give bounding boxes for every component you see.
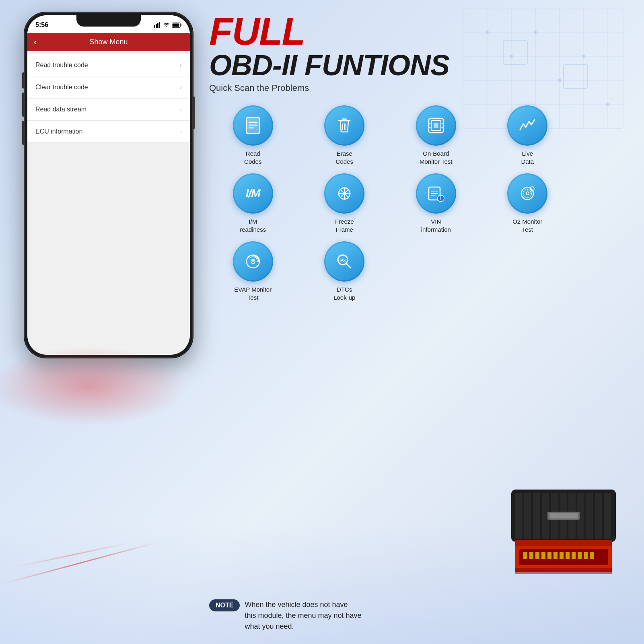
feature-erase-codes: EraseCodes — [301, 105, 389, 165]
svg-rect-89 — [560, 552, 564, 559]
svg-rect-79 — [549, 513, 578, 518]
back-button[interactable]: ‹ — [34, 37, 37, 47]
live-data-icon — [518, 116, 537, 135]
menu-item-ecu-label: ECU information — [35, 128, 82, 135]
svg-rect-92 — [578, 552, 582, 559]
erase-codes-icon-circle — [324, 105, 364, 146]
feature-im-readiness: I/M I/Mreadiness — [209, 173, 297, 233]
on-board-monitor-icon — [426, 116, 446, 135]
feature-vin-info: VINinformation — [392, 173, 480, 233]
menu-item-read-data-chevron: › — [180, 106, 182, 113]
dtcs-lookup-icon: Px — [335, 252, 354, 271]
vin-info-icon — [426, 184, 446, 203]
battery-icon — [172, 23, 182, 28]
svg-rect-90 — [566, 552, 570, 559]
svg-line-64 — [346, 263, 351, 268]
svg-rect-24 — [181, 24, 181, 26]
evap-monitor-icon — [243, 252, 263, 271]
phone-notch — [76, 15, 141, 27]
phone-volume-up-btn — [22, 93, 24, 117]
svg-rect-84 — [529, 552, 533, 559]
obd-connector-svg — [507, 490, 620, 578]
svg-rect-87 — [547, 552, 551, 559]
svg-text:O: O — [526, 191, 529, 196]
svg-rect-93 — [584, 552, 588, 559]
menu-item-clear-trouble[interactable]: Clear trouble code › — [27, 76, 190, 99]
phone-power-btn — [193, 97, 195, 129]
o2-monitor-label: O2 MonitorTest — [512, 218, 542, 233]
live-data-label: LiveData — [521, 150, 534, 165]
im-readiness-icon: I/M — [246, 187, 260, 200]
svg-rect-83 — [523, 552, 527, 559]
app-header: ‹ Show Menu — [27, 33, 190, 51]
phone-section: 5:56 — [12, 12, 205, 394]
menu-item-clear-trouble-chevron: › — [180, 84, 182, 91]
vin-info-icon-circle — [416, 173, 456, 214]
svg-rect-76 — [595, 493, 602, 539]
feature-live-data: LiveData — [484, 105, 572, 165]
note-text: When the vehicle does not havethis modul… — [245, 599, 361, 632]
feature-read-codes: ReadCodes — [209, 105, 297, 165]
im-readiness-icon-circle: I/M — [233, 173, 273, 214]
menu-item-read-data[interactable]: Read data stream › — [27, 99, 190, 121]
title-obd: OBD-II FUNTIONS — [209, 51, 636, 80]
svg-rect-67 — [515, 493, 523, 539]
svg-text:Px: Px — [340, 258, 346, 263]
feature-on-board-monitor: On-BoardMonitor Test — [392, 105, 480, 165]
wifi-icon — [163, 22, 170, 28]
svg-rect-77 — [604, 493, 611, 539]
on-board-monitor-icon-circle — [416, 105, 456, 146]
evap-monitor-icon-circle — [233, 241, 273, 282]
read-codes-icon — [243, 116, 263, 135]
phone-screen: 5:56 — [27, 15, 190, 355]
signal-icon — [154, 22, 161, 28]
svg-rect-68 — [524, 493, 531, 539]
phone-volume-down-btn — [22, 121, 24, 145]
svg-rect-20 — [156, 24, 157, 28]
svg-rect-85 — [535, 552, 539, 559]
read-codes-icon-circle — [233, 105, 273, 146]
menu-item-read-trouble-chevron: › — [180, 62, 182, 68]
vin-info-label: VINinformation — [421, 218, 451, 233]
svg-text:•: • — [531, 187, 532, 191]
freeze-frame-icon — [335, 184, 354, 203]
feature-dtcs-lookup: Px DTCsLook-up — [301, 241, 389, 301]
live-data-icon-circle — [507, 105, 547, 146]
svg-rect-88 — [553, 552, 558, 559]
menu-item-ecu[interactable]: ECU information › — [27, 121, 190, 143]
menu-item-read-trouble[interactable]: Read trouble code › — [27, 54, 190, 76]
title-full: FULL — [209, 12, 636, 51]
svg-rect-19 — [154, 25, 155, 28]
svg-rect-25 — [173, 23, 179, 27]
svg-rect-21 — [157, 23, 158, 28]
o2-monitor-icon-circle: O 2 • — [507, 173, 547, 214]
phone-volume-mute-btn — [22, 72, 24, 88]
svg-rect-95 — [515, 568, 612, 574]
svg-point-54 — [440, 195, 441, 197]
menu-list: Read trouble code › Clear trouble code ›… — [27, 54, 190, 143]
on-board-monitor-label: On-BoardMonitor Test — [420, 150, 452, 165]
app-header-title: Show Menu — [89, 38, 128, 46]
phone-frame: 5:56 — [24, 12, 193, 358]
status-icons — [154, 22, 182, 28]
menu-item-read-trouble-label: Read trouble code — [35, 62, 88, 69]
menu-item-ecu-chevron: › — [180, 128, 182, 135]
svg-rect-37 — [434, 123, 438, 128]
svg-rect-94 — [590, 552, 594, 559]
status-time: 5:56 — [35, 21, 48, 29]
main-title: FULL OBD-II FUNTIONS Quick Scan the Prob… — [209, 12, 636, 93]
svg-rect-86 — [541, 552, 545, 559]
note-badge: NOTE — [209, 599, 240, 611]
subtitle: Quick Scan the Problems — [209, 83, 636, 93]
svg-rect-22 — [159, 22, 160, 28]
menu-item-clear-trouble-label: Clear trouble code — [35, 84, 88, 91]
feature-o2-monitor: O 2 • O2 MonitorTest — [484, 173, 572, 233]
svg-rect-91 — [572, 552, 576, 559]
evap-monitor-label: EVAP MonitorTest — [234, 286, 272, 301]
svg-rect-75 — [586, 493, 593, 539]
im-readiness-label: I/Mreadiness — [240, 218, 266, 233]
freeze-frame-label: FreezeFrame — [335, 218, 354, 233]
svg-rect-69 — [533, 493, 540, 539]
svg-rect-81 — [515, 540, 612, 546]
features-grid: ReadCodes EraseCodes — [209, 105, 571, 301]
